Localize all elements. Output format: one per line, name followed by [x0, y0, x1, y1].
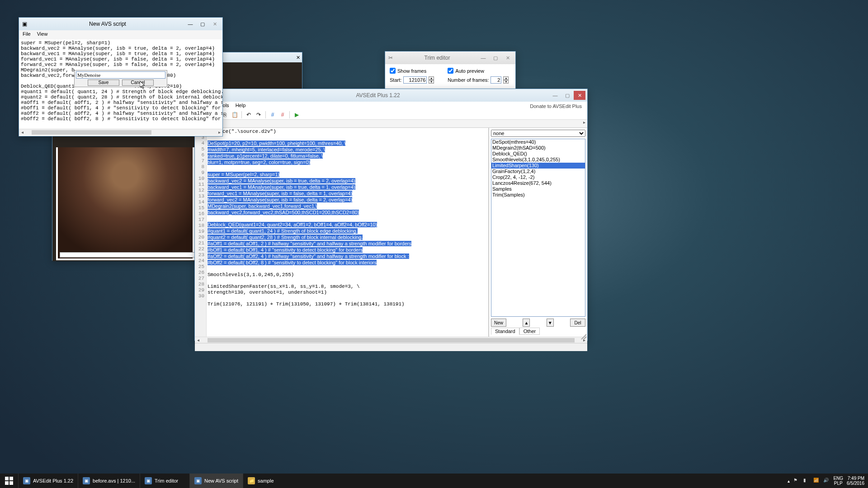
close-icon[interactable]: ✕	[502, 53, 514, 62]
svg-rect-2	[5, 481, 9, 485]
list-item[interactable]: GrainFactory(1,2,4)	[491, 169, 585, 174]
trim-title: Trim editor	[397, 55, 477, 61]
maximize-icon[interactable]: ▢	[490, 53, 501, 62]
side-panel: none DeSpot(mthres=40)MDegrain2(thSAD=50…	[489, 128, 587, 337]
app-icon: ▣	[145, 477, 152, 484]
taskbar-task[interactable]: ▣Trim editor	[140, 474, 189, 488]
play-icon[interactable]: ▶	[292, 111, 301, 119]
avs-hscrollbar[interactable]: ◂▸	[19, 129, 222, 135]
avsedit-main-window[interactable]: ▣ AVSEdit Plus 1.22 — ▢ ✕ Video Tools He…	[194, 89, 588, 341]
system-tray[interactable]: ▴ ⚑ ▮ 📶 🔊 ENG PLP 7:49 PM 6/5/2016	[784, 476, 868, 486]
tray-icon[interactable]: ⚑	[793, 478, 800, 484]
maximize-icon[interactable]: ▢	[561, 91, 573, 100]
unhash-icon[interactable]: #	[278, 111, 287, 119]
filter-list[interactable]: DeSpot(mthres=40)MDegrain2(thSAD=500)Deb…	[491, 139, 585, 317]
tab-other[interactable]: Other	[519, 328, 540, 335]
minimize-icon[interactable]: —	[184, 19, 196, 28]
trim-editor-window[interactable]: ✂ Trim editor — ▢ ✕ Show frames Start: ▲…	[385, 51, 516, 89]
taskbar-task[interactable]: ▣before.avs | 1210...	[78, 474, 140, 488]
close-icon[interactable]: ✕	[296, 55, 300, 61]
taskbar-task[interactable]: ▣New AVS script	[189, 474, 243, 488]
folder-icon: 📁	[248, 477, 255, 484]
start-button[interactable]	[0, 474, 18, 488]
menu-help[interactable]: Help	[236, 103, 246, 109]
editor-tabstrip: *new2 ▸	[195, 120, 587, 128]
start-field: Start: ▲▼	[390, 76, 434, 84]
move-down-button[interactable]: ▼	[547, 319, 554, 327]
auto-preview-checkbox[interactable]: Auto preview	[448, 68, 509, 74]
start-spinner[interactable]: ▲▼	[429, 76, 434, 84]
numframes-input[interactable]	[491, 76, 501, 84]
minimize-icon[interactable]: —	[549, 91, 561, 100]
save-name-input[interactable]	[76, 71, 165, 79]
taskbar-task[interactable]: ▣AVSEdit Plus 1.22	[18, 474, 78, 488]
save-dialog[interactable]: Save Cancel	[74, 70, 167, 87]
line-gutter: 2 3 4 5 6 7 8 9 10 11 12 13 14 15 16 17 …	[195, 128, 207, 337]
main-title: AVSEdit Plus 1.22	[207, 92, 549, 99]
menu-view[interactable]: View	[37, 31, 48, 38]
editor-hscrollbar[interactable]: ◂▸	[195, 337, 587, 343]
avs-menubar: File View	[19, 30, 222, 39]
statusbar	[195, 343, 587, 351]
list-item[interactable]: Trim(Samples)	[491, 192, 585, 198]
app-icon: ▣	[21, 20, 28, 28]
main-titlebar[interactable]: ▣ AVSEdit Plus 1.22 — ▢ ✕	[195, 89, 587, 102]
maximize-icon[interactable]: ▢	[197, 19, 208, 28]
del-button[interactable]: Del	[570, 319, 585, 327]
app-icon: ✂	[387, 54, 394, 61]
tray-lang2[interactable]: PLP	[833, 481, 843, 486]
app-icon: ▣	[194, 477, 202, 484]
avs-titlebar[interactable]: ▣ New AVS script — ▢ ✕	[19, 18, 222, 30]
list-item[interactable]: Deblock_QED()	[491, 151, 585, 157]
donate-link[interactable]: Donate to AVSEdit Plus	[530, 103, 582, 109]
svg-rect-3	[9, 481, 13, 485]
close-icon[interactable]: ✕	[574, 91, 585, 100]
list-item[interactable]: Crop(22, 4, -12, -2)	[491, 174, 585, 180]
tray-chevron-icon[interactable]: ▴	[788, 479, 790, 483]
start-input[interactable]	[403, 76, 427, 84]
list-item[interactable]: DeSpot(mthres=40)	[491, 139, 585, 145]
main-toolbar: 💾 ✂ ⎘ 📋 ↶ ↷ # # ▶	[195, 110, 587, 120]
tray-lang1[interactable]: ENG	[833, 476, 843, 481]
menu-file[interactable]: File	[23, 31, 31, 38]
app-icon: ▣	[23, 477, 30, 484]
main-menubar: Video Tools Help	[195, 102, 587, 110]
app-icon: ▣	[83, 477, 90, 484]
tray-clock[interactable]: 7:49 PM 6/5/2016	[847, 476, 864, 486]
list-item[interactable]: Samples	[491, 186, 585, 192]
cancel-button[interactable]: Cancel	[122, 80, 154, 86]
redo-icon[interactable]: ↷	[255, 111, 263, 119]
tab-scroll-right[interactable]: ▸	[581, 120, 587, 127]
list-item[interactable]: Lanczos4Resize(672, 544)	[491, 180, 585, 186]
filter-dropdown[interactable]: none	[491, 130, 585, 137]
network-icon[interactable]: ▮	[803, 478, 810, 484]
taskbar: ▣AVSEdit Plus 1.22▣before.avs | 1210...▣…	[0, 474, 868, 488]
hash-icon[interactable]: #	[269, 111, 277, 119]
svg-rect-1	[9, 477, 13, 480]
video-frame-image	[56, 147, 194, 260]
tab-standard[interactable]: Standard	[491, 328, 519, 335]
wifi-icon[interactable]: 📶	[813, 478, 820, 484]
list-item[interactable]: Smoothlevels(3,1.0,245,0,255)	[491, 157, 585, 163]
avs-title: New AVS script	[31, 21, 184, 27]
new-button[interactable]: New	[491, 319, 506, 327]
svg-rect-0	[5, 477, 9, 480]
numframes-field: Number of frames: ▲▼	[448, 76, 509, 84]
show-frames-checkbox[interactable]: Show frames	[390, 68, 434, 74]
code-editor[interactable]: 2Source(".\source.d2v") DeSpot(p1=20, p2…	[207, 128, 488, 337]
save-button[interactable]: Save	[88, 80, 119, 86]
list-item[interactable]: MDegrain2(thSAD=500)	[491, 145, 585, 151]
minimize-icon[interactable]: —	[477, 53, 489, 62]
move-up-button[interactable]: ▲	[523, 319, 530, 327]
list-item[interactable]: LimitedSharpen(130)	[491, 163, 585, 169]
taskbar-task[interactable]: 📁sample	[243, 474, 292, 488]
trim-titlebar[interactable]: ✂ Trim editor — ▢ ✕	[385, 52, 515, 64]
numframes-spinner[interactable]: ▲▼	[503, 76, 509, 84]
volume-icon[interactable]: 🔊	[823, 478, 830, 484]
paste-icon[interactable]: 📋	[231, 111, 239, 119]
undo-icon[interactable]: ↶	[245, 111, 253, 119]
resize-grip[interactable]	[581, 334, 586, 339]
close-icon[interactable]: ✕	[209, 19, 221, 28]
